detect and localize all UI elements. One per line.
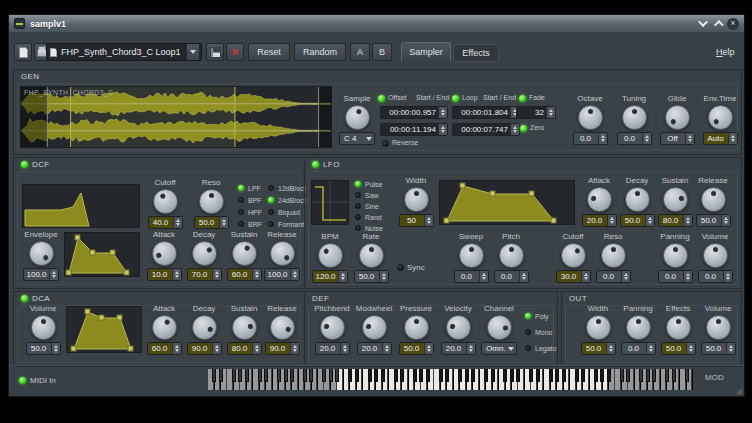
out-panning-field[interactable]: 0.0 — [621, 342, 656, 355]
gen-octave-knob[interactable] — [578, 105, 603, 130]
lfo-wave-display[interactable] — [311, 180, 349, 225]
dcf-slope-option-12db-oct[interactable]: 12dB/oct — [268, 184, 306, 192]
black-key[interactable] — [264, 369, 268, 382]
dcf-reso-spinner[interactable] — [219, 217, 228, 228]
lfo-width-spinner[interactable] — [424, 215, 433, 226]
black-key[interactable] — [394, 369, 398, 382]
def-modwheel-field[interactable]: 20.0 — [357, 342, 392, 355]
black-key[interactable] — [652, 369, 656, 382]
mod-label[interactable]: MOD — [705, 373, 724, 382]
black-key[interactable] — [516, 369, 520, 382]
new-preset-button[interactable] — [14, 43, 32, 61]
black-key[interactable] — [555, 369, 559, 382]
def-pressure-spinner[interactable] — [424, 343, 433, 354]
black-key[interactable] — [639, 369, 643, 382]
black-key[interactable] — [219, 369, 223, 382]
black-key[interactable] — [212, 369, 216, 382]
dcf-cutoff-field[interactable]: 40.0 — [148, 216, 183, 229]
gen-tuning-knob[interactable] — [622, 105, 647, 130]
lfo-reso-knob[interactable] — [601, 243, 626, 268]
black-key[interactable] — [646, 369, 650, 382]
dcf-envelope-display[interactable] — [64, 232, 140, 277]
dca-volume-knob[interactable] — [31, 315, 56, 340]
loop-end-field[interactable]: 00:00:07.747 — [452, 123, 520, 136]
dcf-cutoff-knob[interactable] — [153, 189, 178, 214]
loop-start[interactable]: 00:00:01.804 — [452, 106, 520, 119]
fade-led[interactable] — [519, 95, 526, 102]
dcf-cutoff-spinner[interactable] — [173, 217, 182, 228]
reverse-led[interactable] — [382, 140, 389, 147]
dca-sustain-knob[interactable] — [232, 315, 257, 340]
black-key[interactable] — [238, 369, 242, 382]
lfo-width-knob[interactable] — [404, 187, 429, 212]
black-key[interactable] — [465, 369, 469, 382]
lfo-sync-led[interactable] — [397, 264, 404, 271]
lfo-envelope-display[interactable] — [439, 180, 575, 225]
def-mode-option-legato[interactable]: Legato — [525, 344, 556, 352]
loop-led[interactable] — [452, 95, 459, 102]
black-key[interactable] — [549, 369, 553, 382]
out-width-field[interactable]: 50.0 — [581, 342, 616, 355]
dca-release-spinner[interactable] — [290, 343, 299, 354]
black-key[interactable] — [309, 369, 313, 382]
lfo-rate-knob[interactable] — [359, 243, 384, 268]
out-panning-knob[interactable] — [626, 315, 651, 340]
lfo-sweep-field[interactable]: 0.0 — [454, 270, 489, 283]
def-mode-option-poly[interactable]: Poly — [525, 312, 556, 320]
def-pitchbend-knob[interactable] — [320, 315, 345, 340]
lfo-reso-spinner[interactable] — [621, 271, 630, 282]
def-pitchbend-field[interactable]: 20.0 — [315, 342, 350, 355]
def-velocity-spinner[interactable] — [466, 343, 475, 354]
lfo-volume-spinner[interactable] — [723, 271, 732, 282]
lfo-shape-option-pulse[interactable]: Pulse — [355, 180, 383, 188]
black-key[interactable] — [284, 369, 288, 382]
black-key[interactable] — [348, 369, 352, 382]
dcf-envelope-knob[interactable] — [29, 241, 54, 266]
black-key[interactable] — [672, 369, 676, 382]
dcf-type-option-hpf[interactable]: HPF — [238, 208, 262, 216]
dca-sustain-field[interactable]: 80.0 — [227, 342, 262, 355]
fade-field-field[interactable]: 32 — [516, 106, 556, 119]
offset-start-spinner[interactable] — [438, 107, 447, 118]
dcf-decay-field[interactable]: 70.0 — [187, 268, 222, 281]
out-width-knob[interactable] — [586, 315, 611, 340]
black-key[interactable] — [245, 369, 249, 382]
lfo-shape-option-saw[interactable]: Saw — [355, 191, 383, 199]
loop-start-field[interactable]: 00:00:01.804 — [452, 106, 520, 119]
dcf-sustain-spinner[interactable] — [252, 269, 261, 280]
gen-glide-spinner[interactable] — [685, 133, 694, 144]
black-key[interactable] — [665, 369, 669, 382]
gen-octave-spinner[interactable] — [598, 133, 607, 144]
black-key[interactable] — [620, 369, 624, 382]
reset-button[interactable]: Reset — [248, 43, 290, 61]
def-modwheel-spinner[interactable] — [382, 343, 391, 354]
lfo-sustain-spinner[interactable] — [683, 215, 692, 226]
black-key[interactable] — [400, 369, 404, 382]
lfo-attack-knob[interactable] — [587, 187, 612, 212]
def-pitchbend-spinner[interactable] — [340, 343, 349, 354]
save-preset-button[interactable] — [206, 43, 224, 61]
black-key[interactable] — [258, 369, 262, 382]
dcf-attack-spinner[interactable] — [172, 269, 181, 280]
tab-effects[interactable]: Effects — [453, 44, 499, 62]
dca-release-field[interactable]: 90.0 — [265, 342, 300, 355]
compare-b-button[interactable]: B — [372, 43, 392, 61]
minimize-icon[interactable] — [698, 17, 708, 27]
lfo-volume-knob[interactable] — [703, 243, 728, 268]
black-key[interactable] — [232, 369, 236, 382]
def-modwheel-knob[interactable] — [362, 315, 387, 340]
dcf-sustain-knob[interactable] — [232, 241, 257, 266]
lfo-release-knob[interactable] — [701, 187, 726, 212]
titlebar[interactable]: samplv1 × — [9, 15, 744, 32]
dcf-release-spinner[interactable] — [290, 269, 299, 280]
dca-volume-spinner[interactable] — [51, 343, 60, 354]
lfo-sustain-knob[interactable] — [663, 187, 688, 212]
zero-led[interactable] — [520, 125, 527, 132]
lfo-decay-spinner[interactable] — [645, 215, 654, 226]
black-key[interactable] — [581, 369, 585, 382]
out-panning-spinner[interactable] — [646, 343, 655, 354]
gen-sample-knob[interactable] — [345, 105, 370, 130]
dcf-slope-option-formant[interactable]: Formant — [268, 220, 306, 228]
def-pressure-knob[interactable] — [404, 315, 429, 340]
black-key[interactable] — [510, 369, 514, 382]
